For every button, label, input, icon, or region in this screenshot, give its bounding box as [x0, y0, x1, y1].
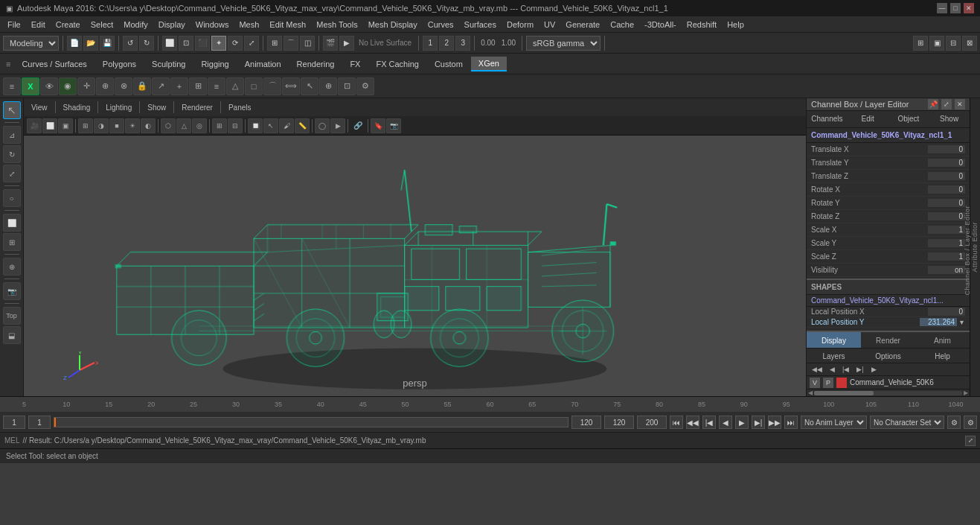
channel-rotate-y[interactable]: Rotate Y 0 [807, 197, 970, 210]
scroll-thumb[interactable] [814, 391, 874, 395]
minimize-button[interactable]: — [937, 3, 947, 13]
channel-expand-arrow[interactable]: ▼ [958, 319, 965, 326]
channel-translate-y[interactable]: Translate Y 0 [807, 156, 970, 170]
tab-custom[interactable]: Custom [427, 57, 470, 71]
vp-xray-icon[interactable]: ◎ [192, 118, 207, 133]
vp-bookmark-icon[interactable]: 🔖 [371, 118, 385, 133]
layer-visibility-btn[interactable]: V [810, 378, 820, 388]
layer-icon-next[interactable]: ▶ [869, 365, 879, 374]
layer-color-swatch[interactable] [836, 378, 847, 388]
snap-grid-btn[interactable]: ⊞ [267, 36, 282, 51]
viewport-panels-menu[interactable]: Panels [224, 102, 256, 113]
menu-redshift[interactable]: Redshift [682, 19, 721, 31]
menu-deform[interactable]: Deform [502, 19, 538, 31]
tab-sculpting[interactable]: Sculpting [144, 57, 193, 71]
new-scene-btn[interactable]: 📄 [67, 36, 82, 51]
layers-tab[interactable]: Layers [807, 349, 861, 363]
shelf-icon-eye[interactable]: 👁 [40, 77, 58, 95]
timeline-playbar[interactable] [54, 417, 569, 427]
paint-btn[interactable]: ⬛ [195, 36, 210, 51]
camera-btn[interactable]: 📷 [3, 282, 21, 300]
shelf-icon-layers[interactable]: ≡ [208, 77, 225, 95]
box-btn[interactable]: ⬜ [3, 214, 21, 232]
render-settings-btn[interactable]: 🎬 [323, 36, 338, 51]
menu-generate[interactable]: Generate [561, 19, 604, 31]
colorspace-dropdown[interactable]: sRGB gamma [526, 36, 601, 51]
channel-translate-x[interactable]: Translate X 0 [807, 143, 970, 156]
top-btn[interactable]: Top [3, 307, 21, 325]
vp-measure-icon[interactable]: 📏 [295, 118, 310, 133]
viewport-view-menu[interactable]: View [27, 102, 52, 113]
menu-surfaces[interactable]: Surfaces [460, 19, 501, 31]
channel-scale-x[interactable]: Scale X 1 [807, 223, 970, 237]
start-frame-input[interactable] [3, 416, 25, 429]
menu-uv[interactable]: UV [539, 19, 560, 31]
attribute-editor-sidebar[interactable]: Attribute Editor Channel Box / Layer Edi… [970, 98, 980, 396]
current-frame-input[interactable] [28, 416, 51, 429]
menu-mesh-display[interactable]: Mesh Display [364, 19, 422, 31]
cb-tab-edit[interactable]: Edit [848, 111, 888, 127]
tab-polygons[interactable]: Polygons [95, 57, 144, 71]
vp-cam-icon[interactable]: 🎥 [27, 118, 42, 133]
vp-tex-icon[interactable]: ■ [109, 118, 124, 133]
shelf-icon-nodes[interactable]: ⊞ [189, 77, 207, 95]
vp-shade-icon[interactable]: ◑ [94, 118, 109, 133]
vp-rendercam-icon[interactable]: 🔲 [248, 118, 263, 133]
layer-icon-prev-key[interactable]: |◀ [840, 365, 851, 374]
snap-surface-btn[interactable]: ◫ [300, 36, 315, 51]
shelf-icon-bend[interactable]: ⌒ [263, 77, 281, 95]
vp-hud-icon[interactable]: ⊟ [228, 118, 243, 133]
menu-mesh[interactable]: Mesh [234, 19, 263, 31]
channel-box-pin-btn[interactable]: 📌 [928, 99, 938, 109]
menu-select[interactable]: Select [86, 19, 118, 31]
viewport-renderer-menu[interactable]: Renderer [177, 102, 217, 113]
options-tab[interactable]: Options [861, 349, 915, 363]
menu-curves[interactable]: Curves [423, 19, 458, 31]
undo-btn[interactable]: ↺ [123, 36, 138, 51]
shelf-icon-x[interactable]: X [22, 77, 39, 95]
snap-curve-btn[interactable]: ⌒ [284, 36, 298, 51]
shelf-collapse-btn[interactable]: ≡ [3, 77, 21, 95]
channel-scale-z[interactable]: Scale Z 1 [807, 250, 970, 264]
play-back-btn[interactable]: ◀ [719, 416, 732, 429]
low-quality-btn[interactable]: 1 [423, 36, 438, 51]
scroll-right-arrow[interactable]: ▶ [964, 389, 968, 396]
vp-light-icon[interactable]: ☀ [125, 118, 140, 133]
layer-playback-btn[interactable]: P [823, 378, 833, 388]
transform-btn[interactable]: ✦ [211, 36, 226, 51]
vp-layout-icon[interactable]: ▣ [58, 118, 73, 133]
shelf-icon-lock[interactable]: 🔒 [133, 77, 151, 95]
channel-local-pos-x[interactable]: Local Position X 0 [807, 307, 970, 317]
play-fwd-btn[interactable]: ▶ [735, 416, 749, 429]
menu-help[interactable]: Help [723, 19, 749, 31]
panel-layout-btn1[interactable]: ▣ [929, 36, 944, 51]
shelf-icon-extrude[interactable]: ⊡ [338, 77, 356, 95]
channel-box-close-btn[interactable]: ✕ [955, 99, 965, 109]
play-end-btn[interactable]: ⏭ [784, 416, 798, 429]
render-btn[interactable]: ▶ [339, 36, 354, 51]
scroll-left-arrow[interactable]: ◀ [808, 389, 813, 396]
menu-cache[interactable]: Cache [606, 19, 638, 31]
layer-icon-next-key[interactable]: ▶| [854, 365, 865, 374]
bottom-arrows-btn[interactable]: ⬓ [3, 326, 21, 344]
anim-layer-select[interactable]: No Anim Layer [801, 416, 867, 429]
vp-shadow-icon[interactable]: ◐ [141, 118, 156, 133]
rotate-tool-btn[interactable]: ↻ [3, 145, 21, 163]
vp-camera2-icon[interactable]: 📷 [386, 118, 401, 133]
channel-local-pos-y[interactable]: Local Position Y 231.264 ▼ [807, 317, 970, 328]
vp-paint-icon[interactable]: 🖌 [279, 118, 294, 133]
panel-layout-btn2[interactable]: ⊟ [946, 36, 961, 51]
save-scene-btn[interactable]: 💾 [100, 36, 115, 51]
grid-view-btn[interactable]: ⊞ [913, 36, 928, 51]
end-frame-input[interactable] [571, 416, 601, 429]
disp-tab-anim[interactable]: Anim [915, 332, 970, 348]
shelf-icon-triangle[interactable]: △ [226, 77, 244, 95]
cb-tab-channels[interactable]: Channels [807, 111, 848, 127]
shelf-icon-settings[interactable]: ⚙ [356, 77, 374, 95]
select-btn[interactable]: ⬜ [162, 36, 177, 51]
menu-modify[interactable]: Modify [119, 19, 152, 31]
tab-fx-caching[interactable]: FX Caching [368, 57, 426, 71]
open-scene-btn[interactable]: 📂 [83, 36, 98, 51]
layer-icon-rewind[interactable]: ◀◀ [810, 365, 824, 374]
vp-select-icon[interactable]: ↖ [263, 118, 278, 133]
